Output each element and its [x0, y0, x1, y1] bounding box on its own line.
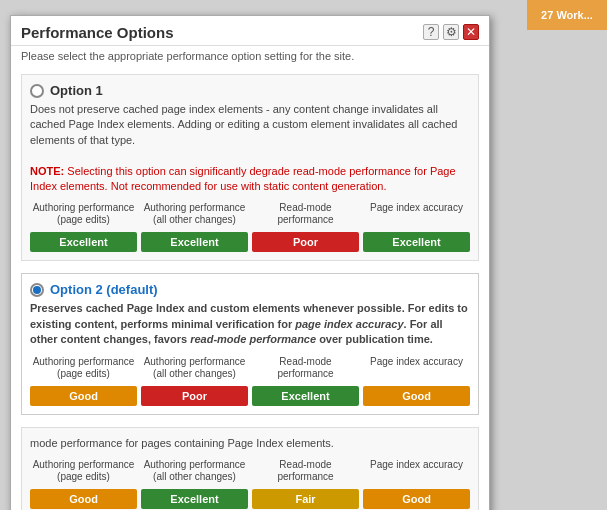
- option3-badge-1: Good: [30, 489, 137, 509]
- option2-page-label: Page index accuracy: [363, 354, 470, 382]
- help-button[interactable]: ?: [423, 24, 439, 40]
- option2-badge-3: Excellent: [252, 386, 359, 406]
- option1-page-label: Page index accuracy: [363, 200, 470, 228]
- option1-badge-2: Excellent: [141, 232, 248, 252]
- option2-badge-2: Poor: [141, 386, 248, 406]
- option1-badge-3: Poor: [252, 232, 359, 252]
- performance-options-dialog: Performance Options ? ⚙ ✕ Please select …: [10, 15, 490, 510]
- taskbar-label: 27 Work...: [527, 0, 607, 30]
- option1-badge-4: Excellent: [363, 232, 470, 252]
- option1-note: NOTE: Selecting this option can signific…: [30, 165, 456, 192]
- option3-read-label: Read-mode performance: [252, 457, 359, 485]
- dialog-subtitle: Please select the appropriate performanc…: [11, 46, 489, 68]
- option2-section: Option 2 (default) Preserves cached Page…: [21, 273, 479, 414]
- option1-auth-page-label: Authoring performance(page edits): [30, 200, 137, 228]
- option1-badge-1: Excellent: [30, 232, 137, 252]
- option2-desc: Preserves cached Page Index and custom e…: [30, 301, 470, 347]
- option2-perf-grid: Authoring performance(page edits) Author…: [30, 354, 470, 406]
- option3-badge-4: Good: [363, 489, 470, 509]
- dialog-controls: ? ⚙ ✕: [423, 24, 479, 40]
- dialog-title: Performance Options: [21, 24, 174, 41]
- dialog-body: Option 1 Does not preserve cached page i…: [11, 68, 489, 510]
- option1-auth-other-label: Authoring performance(all other changes): [141, 200, 248, 228]
- option1-title: Option 1: [50, 83, 103, 98]
- option2-auth-page-label: Authoring performance(page edits): [30, 354, 137, 382]
- option3-section: mode performance for pages containing Pa…: [21, 427, 479, 510]
- dialog-title-area: Performance Options: [21, 24, 174, 41]
- option2-badge-1: Good: [30, 386, 137, 406]
- option3-badge-3: Fair: [252, 489, 359, 509]
- settings-button[interactable]: ⚙: [443, 24, 459, 40]
- option3-perf-grid: Authoring performance(page edits) Author…: [30, 457, 470, 509]
- option1-section: Option 1 Does not preserve cached page i…: [21, 74, 479, 261]
- option2-header[interactable]: Option 2 (default): [30, 282, 470, 297]
- option1-desc: Does not preserve cached page index elem…: [30, 102, 470, 194]
- option2-title: Option 2 (default): [50, 282, 158, 297]
- close-button[interactable]: ✕: [463, 24, 479, 40]
- option1-perf-grid: Authoring performance(page edits) Author…: [30, 200, 470, 252]
- option1-read-label: Read-mode performance: [252, 200, 359, 228]
- option2-radio[interactable]: [30, 283, 44, 297]
- option2-auth-other-label: Authoring performance(all other changes): [141, 354, 248, 382]
- option3-desc: mode performance for pages containing Pa…: [30, 436, 470, 451]
- option1-header[interactable]: Option 1: [30, 83, 470, 98]
- option2-badge-4: Good: [363, 386, 470, 406]
- option3-auth-other-label: Authoring performance(all other changes): [141, 457, 248, 485]
- option3-page-label: Page index accuracy: [363, 457, 470, 485]
- dialog-titlebar: Performance Options ? ⚙ ✕: [11, 16, 489, 46]
- option1-radio[interactable]: [30, 84, 44, 98]
- option2-read-label: Read-mode performance: [252, 354, 359, 382]
- taskbar-text: 27 Work...: [541, 9, 593, 21]
- option3-auth-page-label: Authoring performance(page edits): [30, 457, 137, 485]
- option3-badge-2: Excellent: [141, 489, 248, 509]
